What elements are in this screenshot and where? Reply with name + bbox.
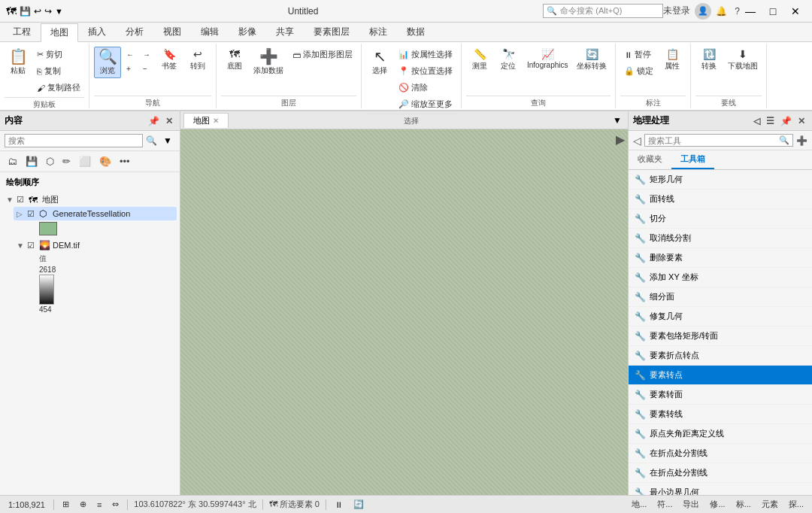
bookmark-button[interactable]: 🔖 书签	[156, 47, 183, 74]
tab-edit[interactable]: 编辑	[191, 23, 229, 41]
bottom-tab-export[interactable]: 导出	[680, 498, 701, 511]
coord-convert-button[interactable]: 🔄 坐标转换	[573, 47, 611, 74]
attribute-button[interactable]: 📋 属性	[659, 47, 686, 74]
select-button[interactable]: ↖ 选择	[366, 47, 393, 78]
tool-edit-icon[interactable]: ✏	[59, 153, 74, 169]
tool-list-icon[interactable]: 🗂	[5, 153, 20, 169]
maximize-button[interactable]: □	[762, 3, 783, 20]
copy-button[interactable]: ⎘ 复制	[33, 63, 84, 79]
bottom-tab-geo[interactable]: 地...	[629, 498, 649, 511]
quick-access-save[interactable]: 💾	[20, 6, 31, 17]
bottom-tab-label[interactable]: 标...	[734, 498, 753, 511]
tab-imagery[interactable]: 影像	[229, 23, 266, 41]
browse-button[interactable]: 🔍 浏览	[94, 47, 121, 78]
close-button[interactable]: ✕	[785, 3, 806, 20]
tab-data[interactable]: 数据	[397, 23, 435, 41]
geo-tab-toolbox[interactable]: 工具箱	[671, 150, 714, 169]
format-copy-button[interactable]: 🖌 复制路径	[33, 80, 84, 96]
bottom-tab-explore[interactable]: 探...	[786, 498, 806, 511]
layer-dem[interactable]: ▼ ☑ 🌄 DEM.tif	[14, 238, 177, 252]
tab-label[interactable]: 标注	[359, 23, 397, 41]
geo-tool-feature-to-point[interactable]: 🔧 要素转点	[629, 366, 812, 385]
tool-select-icon[interactable]: ⬜	[76, 153, 94, 169]
select-by-loc-button[interactable]: 📍 按位置选择	[395, 63, 456, 79]
tab-share[interactable]: 共享	[266, 23, 304, 41]
tab-view[interactable]: 视图	[153, 23, 191, 41]
geo-tool-feature-to-line[interactable]: 🔧 要素转线	[629, 405, 812, 424]
zoom-sel-button[interactable]: 🔎 缩放至更多	[395, 96, 456, 112]
map-tab-map[interactable]: 地图 ✕	[183, 113, 229, 128]
lock-button[interactable]: 🔒 锁定	[620, 63, 657, 79]
notification-icon[interactable]: 🔔	[716, 6, 727, 17]
arrow-icon[interactable]: ⇔	[110, 499, 121, 510]
geo-tool-split-at-vertex[interactable]: 🔧 在折点处分割线	[629, 444, 812, 463]
geo-tool-face-to-line[interactable]: 🔧 面转线	[629, 190, 812, 209]
geo-pin-button[interactable]: 📌	[778, 115, 794, 127]
map-scroll-indicator[interactable]: ▶	[616, 132, 625, 147]
measure-button[interactable]: 📏 测里	[466, 47, 493, 74]
geo-tool-split-at-vertex2[interactable]: 🔧 在折点处分割线	[629, 463, 812, 483]
geo-tool-min-boundary[interactable]: 🔧 最小边界几何	[629, 483, 812, 495]
minimize-button[interactable]: —	[740, 3, 761, 20]
geo-tool-subdivide[interactable]: 🔧 细分面	[629, 287, 812, 307]
tool-layer-icon[interactable]: ⬡	[43, 153, 57, 169]
sidebar-filter-button[interactable]: ▼	[160, 134, 175, 147]
quick-access-redo[interactable]: ↪	[44, 6, 52, 17]
geo-tool-add-xy[interactable]: 🔧 添加 XY 坐标	[629, 268, 812, 287]
tool-paint-icon[interactable]: 🎨	[96, 153, 114, 169]
geo-tool-feature-to-face[interactable]: 🔧 要素转面	[629, 385, 812, 405]
user-avatar[interactable]: 👤	[695, 3, 711, 20]
geo-tool-delete-feature[interactable]: 🔧 删除要素	[629, 248, 812, 268]
command-search-box[interactable]: 🔍 命令搜索 (Alt+Q)	[543, 4, 663, 18]
basemap-button[interactable]: 🗺 底图	[221, 47, 248, 74]
sync-icon[interactable]: ⊕	[77, 499, 89, 510]
sidebar-search-button[interactable]: 🔍	[143, 134, 160, 147]
sidebar-close-button[interactable]: ✕	[163, 115, 175, 127]
tab-project[interactable]: 工程	[3, 23, 41, 41]
geo-tool-bearing-line[interactable]: 🔧 原点夹角距离定义线	[629, 424, 812, 444]
pause-button[interactable]: ⏸ 暂停	[620, 47, 657, 62]
geo-add-button[interactable]: ➕	[796, 135, 807, 146]
bottom-tab-element[interactable]: 元素	[759, 498, 780, 511]
dem-check[interactable]: ☑	[27, 241, 38, 250]
locate-button[interactable]: 🔭 定位	[495, 47, 522, 74]
geo-close-button[interactable]: ✕	[795, 115, 807, 127]
tab-map[interactable]: 地图	[41, 23, 78, 42]
infographics-button[interactable]: 📈 Infographics	[523, 47, 571, 71]
tab-analysis[interactable]: 分析	[116, 23, 153, 41]
bottom-tab-edit[interactable]: 修...	[707, 498, 727, 511]
sidebar-search-input[interactable]	[5, 134, 143, 147]
add-diagram-button[interactable]: 🗃 添加图形图层	[289, 47, 356, 62]
geo-back-button[interactable]: ◁	[633, 135, 641, 147]
map-canvas[interactable]: ▶	[180, 129, 628, 495]
quick-access-undo[interactable]: ↩	[34, 6, 41, 17]
nav-btn4[interactable]: −	[139, 62, 154, 75]
geo-collapse-button[interactable]: ◁	[751, 115, 762, 127]
cut-button[interactable]: ✂ 剪切	[33, 47, 84, 62]
geo-tool-envelope[interactable]: 🔧 要素包络矩形/转面	[629, 326, 812, 346]
layers-icon[interactable]: ≡	[95, 499, 104, 510]
geo-tool-cancel-divide[interactable]: 🔧 取消线分割	[629, 229, 812, 248]
geo-search-input[interactable]	[648, 136, 779, 145]
refresh-btn[interactable]: 🔄	[351, 499, 366, 510]
nav-btn2[interactable]: →	[139, 48, 154, 61]
sidebar-pin-button[interactable]: 📌	[146, 115, 162, 127]
clear-select-button[interactable]: 🚫 清除	[395, 80, 456, 96]
goto-button[interactable]: ↩ 转到	[184, 47, 211, 74]
layer-tessellation[interactable]: ▷ ☑ ⬡ GenerateTessellation	[14, 207, 177, 220]
quick-access-more[interactable]: ▼	[55, 7, 63, 16]
map-check[interactable]: ☑	[17, 195, 27, 205]
add-data-button[interactable]: ➕ 添加数据	[250, 47, 287, 78]
map-tab-arrow[interactable]: ▼	[610, 115, 625, 126]
grid-icon[interactable]: ⊞	[60, 499, 71, 510]
help-icon[interactable]: ?	[735, 6, 740, 17]
geo-tool-split[interactable]: 🔧 切分	[629, 209, 812, 229]
tab-insert[interactable]: 插入	[78, 23, 116, 41]
tool-more-icon[interactable]: •••	[117, 153, 133, 169]
tool-db-icon[interactable]: 💾	[23, 153, 41, 169]
nav-btn1[interactable]: ←	[123, 48, 138, 61]
map-tab-close[interactable]: ✕	[213, 117, 219, 125]
geo-tab-favorites[interactable]: 收藏夹	[629, 150, 671, 169]
paste-button[interactable]: 📋 粘贴	[5, 47, 32, 78]
download-map-button[interactable]: ⬇ 下载地图	[724, 47, 762, 74]
